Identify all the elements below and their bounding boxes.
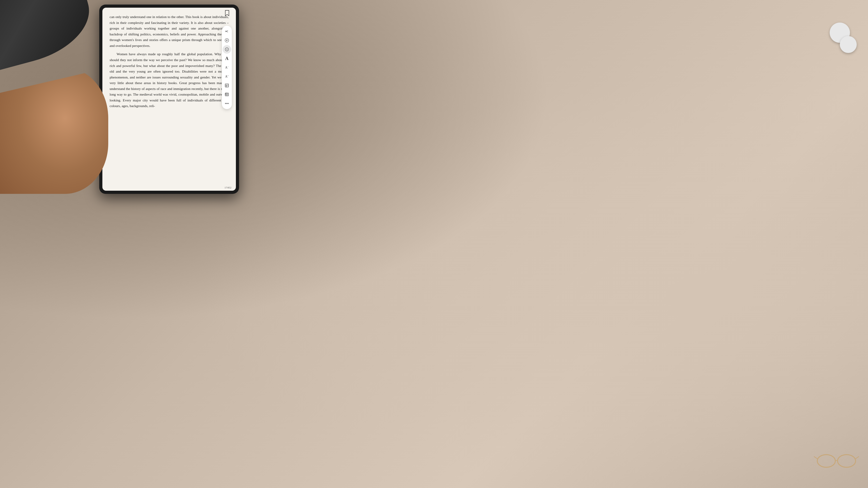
page-number: 17/852 bbox=[224, 186, 231, 189]
toolbar-panel: A A A− A+ bbox=[222, 26, 232, 109]
book-content: can only truly understand one in relatio… bbox=[102, 8, 236, 191]
font-increase-label: A+ bbox=[225, 75, 228, 78]
earbud-2 bbox=[840, 36, 857, 53]
svg-line-25 bbox=[856, 456, 859, 459]
bookmark-icon[interactable] bbox=[225, 10, 229, 16]
svg-line-1 bbox=[226, 31, 228, 32]
book-text: can only truly understand one in relatio… bbox=[110, 14, 229, 109]
paragraph-2: Women have always made up roughly half t… bbox=[110, 51, 229, 109]
svg-point-19 bbox=[226, 103, 227, 104]
toolbar-toc-button[interactable] bbox=[223, 36, 231, 45]
toolbar-image-text-button[interactable] bbox=[223, 90, 231, 99]
toolbar-more-button[interactable] bbox=[223, 99, 231, 108]
svg-line-24 bbox=[814, 456, 817, 459]
tablet-screen: can only truly understand one in relatio… bbox=[102, 8, 236, 191]
toolbar-font-large-button[interactable]: A bbox=[223, 54, 231, 63]
font-small-label: A− bbox=[225, 66, 228, 69]
tablet: can only truly understand one in relatio… bbox=[99, 4, 239, 194]
paragraph-1: can only truly understand one in relatio… bbox=[110, 14, 229, 48]
font-large-label: A bbox=[225, 56, 228, 61]
svg-point-18 bbox=[225, 103, 226, 104]
glasses bbox=[814, 452, 859, 470]
svg-rect-9 bbox=[225, 84, 229, 87]
svg-point-22 bbox=[838, 455, 856, 467]
toolbar-search-button[interactable]: A bbox=[223, 45, 231, 54]
toolbar-font-small-button[interactable]: A− bbox=[223, 63, 231, 72]
toolbar-layout-button[interactable] bbox=[223, 81, 231, 90]
svg-point-20 bbox=[228, 103, 228, 104]
scene: can only truly understand one in relatio… bbox=[0, 0, 868, 488]
toolbar-font-increase-button[interactable]: A+ bbox=[223, 72, 231, 81]
svg-rect-14 bbox=[225, 93, 227, 95]
svg-line-0 bbox=[226, 31, 228, 31]
svg-text:A: A bbox=[226, 48, 228, 51]
toolbar-collapse-button[interactable] bbox=[223, 27, 231, 36]
svg-point-21 bbox=[817, 455, 835, 467]
